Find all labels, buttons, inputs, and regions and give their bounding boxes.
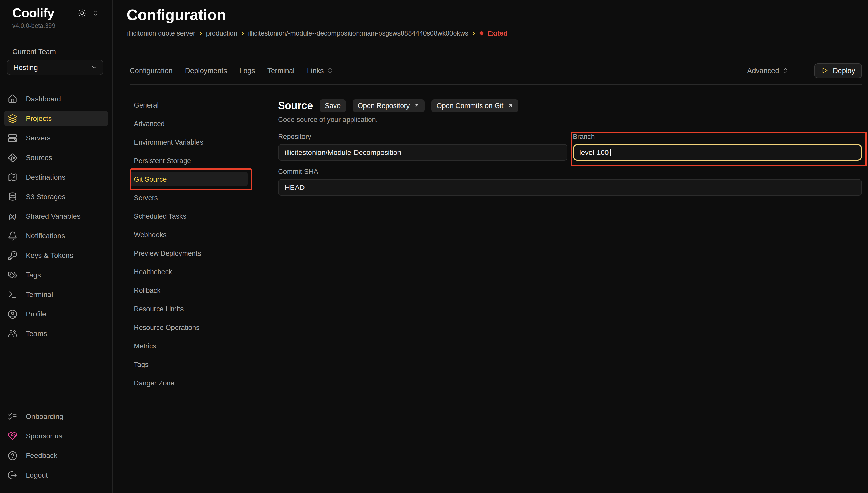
team-select[interactable]: Hosting [7,60,104,75]
sidebar-item-shared-variables[interactable]: (x) Shared Variables [4,209,108,224]
subnav-item-resource-limits[interactable]: Resource Limits [126,300,248,318]
subnav-item-danger-zone[interactable]: Danger Zone [126,373,248,392]
chevron-down-icon [91,64,98,71]
breadcrumb-application[interactable]: illicitestonion/-module--decomposition:m… [248,29,468,37]
subnav-item-servers[interactable]: Servers [126,188,248,207]
subnav-item-general[interactable]: General [126,96,248,114]
coolify-app: Coolify v4.0.0-beta.399 Current Team Hos… [0,0,868,493]
sidebar-item-onboarding[interactable]: Onboarding [4,409,108,424]
subnav-item-persistent-storage[interactable]: Persistent Storage [126,151,248,170]
current-team-label: Current Team [0,29,112,56]
key-icon [7,250,18,260]
subnav-item-resource-operations[interactable]: Resource Operations [126,318,248,337]
subnav-item-advanced[interactable]: Advanced [126,114,248,133]
database-icon [7,191,18,202]
subnav-item-rollback[interactable]: Rollback [126,281,248,300]
tab-links[interactable]: Links [307,66,333,74]
subnav-item-scheduled-tasks[interactable]: Scheduled Tasks [126,207,248,226]
tab-logs[interactable]: Logs [239,66,255,74]
header-divider [130,84,862,85]
subnav-item-healthcheck[interactable]: Healthcheck [126,262,248,281]
sidebar-item-dashboard[interactable]: Dashboard [4,91,108,107]
breadcrumb-separator-icon: › [241,28,244,37]
open-commits-button[interactable]: Open Commits on Git [431,99,518,112]
map-icon [7,172,18,182]
sidebar-item-feedback[interactable]: Feedback [4,448,108,463]
subnav-item-tags[interactable]: Tags [126,355,248,373]
sidebar-item-label: Sources [26,153,52,162]
advanced-dropdown[interactable]: Advanced [747,66,789,74]
sidebar-item-tags[interactable]: Tags [4,267,108,282]
settings-subnav: General Advanced Environment Variables P… [126,96,248,392]
open-repository-button[interactable]: Open Repository [353,99,425,112]
sidebar-item-notifications[interactable]: Notifications [4,228,108,243]
sidebar-item-logout[interactable]: Logout [4,467,108,483]
sidebar-item-label: Destinations [26,173,65,181]
commit-sha-label: Commit SHA [278,168,862,176]
terminal-icon [7,289,18,300]
sidebar-item-sources[interactable]: Sources [4,150,108,165]
sidebar-item-teams[interactable]: Teams [4,326,108,341]
sidebar-item-label: Teams [26,329,47,338]
branch-label: Branch [573,133,862,141]
layers-icon [7,113,18,124]
sidebar-item-destinations[interactable]: Destinations [4,169,108,185]
subnav-item-metrics[interactable]: Metrics [126,337,248,355]
theme-toggle-sun-icon[interactable] [78,9,86,18]
page-title: Configuration [127,6,226,24]
commit-sha-input[interactable] [278,179,862,196]
sidebar-item-s3-storages[interactable]: S3 Storages [4,189,108,204]
repository-field: Repository [278,133,567,160]
tab-terminal[interactable]: Terminal [268,66,295,74]
sidebar-nav: Dashboard Projects Servers Sources Desti… [0,91,112,345]
tab-deployments[interactable]: Deployments [185,66,227,74]
repository-input[interactable] [278,144,567,160]
sidebar-item-keys-tokens[interactable]: Keys & Tokens [4,248,108,263]
source-description: Code source of your application. [278,116,862,124]
branch-field: Branch level-100 [573,133,862,160]
source-heading: Source [278,100,313,112]
open-repository-label: Open Repository [358,102,410,110]
branch-input[interactable]: level-100 [573,144,862,160]
subnav-item-environment-variables[interactable]: Environment Variables [126,133,248,151]
sidebar-item-label: Servers [26,134,50,142]
sidebar-item-label: Feedback [26,451,57,459]
tabs-row: Configuration Deployments Logs Terminal … [130,63,862,78]
sidebar-footer-nav: Onboarding Sponsor us Feedback Logout [0,409,112,493]
sidebar-item-terminal[interactable]: Terminal [4,287,108,302]
tab-configuration[interactable]: Configuration [130,66,173,74]
sidebar-item-label: Terminal [26,290,53,299]
breadcrumb-environment[interactable]: production [206,29,237,37]
branch-value: level-100 [579,148,609,156]
external-link-icon [414,103,420,109]
sidebar-item-profile[interactable]: Profile [4,306,108,322]
breadcrumb-project[interactable]: illicitonion quote server [127,29,195,37]
sidebar-item-label: S3 Storages [26,192,65,201]
sidebar-item-servers[interactable]: Servers [4,130,108,146]
brand-row: Coolify [0,0,112,21]
deploy-button[interactable]: Deploy [815,63,862,78]
sidebar-item-label: Sponsor us [26,432,62,440]
subnav-item-git-source[interactable]: Git Source [126,170,248,188]
team-select-value: Hosting [14,63,91,71]
advanced-label: Advanced [747,66,779,74]
server-icon [7,133,18,143]
sidebar-item-projects[interactable]: Projects [4,111,108,126]
subnav-item-preview-deployments[interactable]: Preview Deployments [126,244,248,262]
save-button[interactable]: Save [320,99,346,112]
tab-links-label: Links [307,66,324,74]
subnav-item-webhooks[interactable]: Webhooks [126,226,248,244]
play-icon [821,67,829,74]
brand-title: Coolify [12,6,78,21]
text-caret-icon [610,148,611,156]
bell-icon [7,231,18,241]
chevrons-up-down-icon [327,67,333,73]
sidebar-item-sponsor-us[interactable]: Sponsor us [4,428,108,444]
commit-sha-field: Commit SHA [278,168,862,196]
sidebar-item-label: Notifications [26,232,65,240]
deploy-label: Deploy [833,66,855,74]
theme-chevrons-up-down-icon[interactable] [92,10,99,17]
home-icon [7,94,18,104]
sidebar-item-label: Logout [26,471,48,479]
heart-handshake-icon [7,431,18,441]
